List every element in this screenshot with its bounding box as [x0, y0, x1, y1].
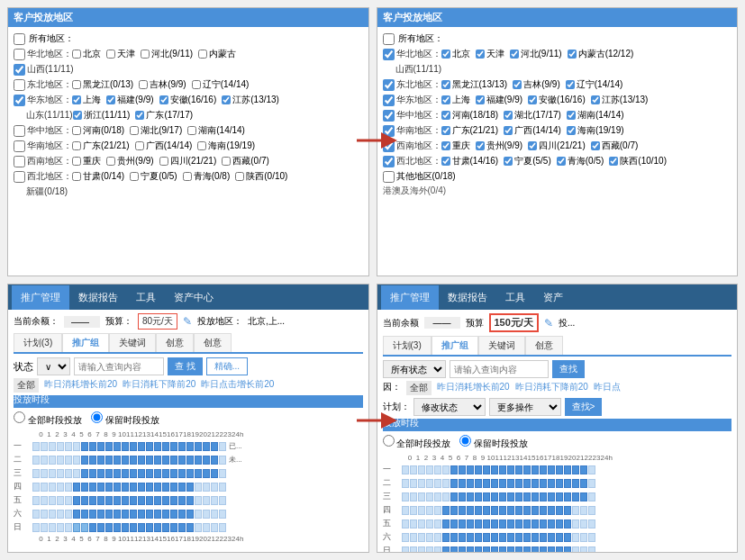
mgmt-tabs-right: 计划(3) 推广组 关键词 创意 — [383, 336, 732, 357]
ningxia-cb[interactable] — [130, 172, 139, 181]
huabei-checkbox-r[interactable] — [383, 49, 395, 60]
status-select-left[interactable]: ∨ — [37, 357, 70, 375]
liaoning-cb[interactable] — [192, 80, 201, 89]
filter-all-left[interactable]: 全部 — [14, 378, 39, 393]
nav-promote-left[interactable]: 推广管理 — [12, 285, 69, 310]
tab-group-left[interactable]: 推广组 — [62, 333, 109, 352]
guangdong2-cb[interactable] — [72, 141, 81, 150]
guangdong-cb-e[interactable] — [135, 111, 144, 120]
huazhong-checkbox[interactable] — [14, 125, 25, 137]
tab-creative-left[interactable]: 创意 — [156, 333, 194, 352]
mgmt-row1-left: 当前余额： —— 预算： 80元/天 ✎ 投放地区： 北京,上... — [14, 313, 363, 330]
all-regions-checkbox-r[interactable] — [383, 33, 395, 45]
budget-label-left: 预算： — [105, 315, 132, 328]
gansu-cb[interactable] — [72, 172, 81, 181]
xizang-cb[interactable] — [222, 157, 231, 166]
budget-edit-icon-right[interactable]: ✎ — [544, 317, 553, 330]
mgmt-filter-row-right: 所有状态 查找 — [383, 360, 732, 378]
timebid-row-sun-r: 日 — [383, 545, 732, 553]
status-select-right[interactable]: 所有状态 — [383, 360, 446, 378]
jiangsu-cb[interactable] — [222, 95, 231, 104]
filter-all-right[interactable]: 全部 — [406, 381, 432, 395]
region-label-left: 投放地区： — [197, 315, 242, 328]
mgmt-content-right: 当前余额 —— 预算 150元/天 ✎ 投... 计划(3) 推广组 关键词 创… — [377, 310, 738, 553]
search-btn-right[interactable]: 查找 — [552, 360, 585, 378]
region-panel-title-right: 客户投放地区 — [377, 8, 738, 27]
guangxi-cb[interactable] — [135, 141, 144, 150]
region-row-xibei: 西北地区： 甘肃(0/14) 宁夏(0/5) 青海(0/8) 陕西(0/10) — [14, 170, 363, 183]
filter-rise-right[interactable]: 昨日消耗增长前20 — [437, 381, 510, 395]
ops-select[interactable]: 更多操作 — [489, 398, 561, 416]
main-layout: 客户投放地区 所有地区： 华北地区： 北京 天津 河北(9/11) 内蒙古 山西… — [0, 0, 745, 560]
mgmt-links-right: 因： 全部 昨日消耗增长前20 昨日消耗下降前20 昨日点 — [383, 381, 732, 395]
neimenggu-cb[interactable] — [198, 50, 207, 59]
timebid-title-right: 投放时段 — [383, 419, 732, 431]
tab-plan-left[interactable]: 计划(3) — [14, 333, 62, 352]
region-row-huazhong-r: 华中地区： 河南(18/18) 湖北(17/17) 湖南(14/14) — [383, 109, 732, 122]
nav-assets-left[interactable]: 资产中心 — [165, 285, 223, 310]
nav-tools-right[interactable]: 工具 — [496, 285, 534, 310]
huabei-checkbox[interactable] — [14, 49, 25, 60]
hunan-cb[interactable] — [187, 126, 196, 135]
budget-label-right: 预算 — [466, 317, 484, 330]
tab-plan-right[interactable]: 计划(3) — [383, 336, 432, 355]
guizhou-cb[interactable] — [106, 157, 115, 166]
region-value-left: 北京,上... — [248, 315, 285, 328]
heilongjiang-cb[interactable] — [72, 80, 81, 89]
mgmt-content-left: 当前余额： —— 预算： 80元/天 ✎ 投放地区： 北京,上... 计划(3)… — [8, 310, 368, 548]
hainan-cb[interactable] — [197, 141, 206, 150]
timebid-row-thu-r: 四 — [383, 504, 732, 516]
plan-status-select[interactable]: 修改状态 — [413, 398, 486, 416]
search-btn-left[interactable]: 查 找 — [168, 357, 203, 375]
jilin-cb[interactable] — [139, 80, 148, 89]
shanxi-checkbox[interactable] — [14, 64, 25, 76]
shanghai-cb[interactable] — [72, 95, 81, 104]
huanan-checkbox[interactable] — [14, 140, 25, 152]
timebid-row-fri-l: 五 — [14, 494, 363, 506]
zhejiang-cb[interactable] — [73, 111, 82, 120]
mgmt-nav-left: 推广管理 数据报告 工具 资产中心 — [8, 285, 368, 310]
mgmt-links-left: 全部 昨日消耗增长前20 昨日消耗下降前20 昨日点击增长前20 — [14, 378, 363, 393]
nav-assets-right[interactable]: 资产 — [534, 285, 572, 310]
tab-group-right[interactable]: 推广组 — [432, 336, 478, 355]
chongqing-cb[interactable] — [72, 157, 81, 166]
search-input-right[interactable] — [450, 360, 549, 378]
nav-data-right[interactable]: 数据报告 — [439, 285, 496, 310]
shaanxi-cb[interactable] — [235, 172, 244, 181]
filter-rise-left[interactable]: 昨日消耗增长前20 — [44, 378, 117, 393]
filter-click-left[interactable]: 昨日点击增长前20 — [201, 378, 274, 393]
filter-drop-right[interactable]: 昨日消耗下降前20 — [515, 381, 588, 395]
region-label-right: 投... — [559, 317, 575, 330]
tab-creative2-left[interactable]: 创意 — [194, 333, 232, 352]
filter-click-right[interactable]: 昨日点 — [594, 381, 621, 395]
nav-tools-left[interactable]: 工具 — [127, 285, 165, 310]
sichuan-cb[interactable] — [159, 157, 168, 166]
timebid-panel-left: 投放时段 全部时段投放 保留时段投放 0 1 2 3 4 5 6 7 — [14, 395, 363, 545]
tab-keyword-right[interactable]: 关键词 — [478, 336, 525, 355]
hebei-cb[interactable] — [141, 50, 150, 59]
xinan-checkbox[interactable] — [14, 156, 25, 167]
qinghai-cb[interactable] — [183, 172, 192, 181]
nav-data-left[interactable]: 数据报告 — [69, 285, 127, 310]
tab-creative-right[interactable]: 创意 — [525, 336, 563, 355]
tianjin-cb[interactable] — [106, 50, 115, 59]
nav-promote-right[interactable]: 推广管理 — [381, 285, 439, 310]
region-row-shanxi: 山西(11/11) — [14, 63, 363, 76]
hubei-cb[interactable] — [130, 126, 139, 135]
confirm-ops-btn[interactable]: 查找> — [565, 398, 603, 416]
huadong-checkbox[interactable] — [14, 95, 25, 106]
region-row-huanan-r: 华南地区： 广东(21/21) 广西(14/14) 海南(19/19) — [383, 124, 732, 137]
fujian-cb[interactable] — [106, 95, 115, 104]
beijing-cb[interactable] — [72, 50, 81, 59]
tab-keyword-left[interactable]: 关键词 — [109, 333, 156, 352]
anhui-cb[interactable] — [159, 95, 168, 104]
precise-btn-left[interactable]: 精确... — [206, 357, 248, 375]
budget-edit-icon-left[interactable]: ✎ — [183, 315, 192, 328]
filter-drop-left[interactable]: 昨日消耗下降前20 — [123, 378, 195, 393]
dongbei-checkbox[interactable] — [14, 79, 25, 91]
balance-value-right: —— — [424, 317, 460, 329]
henan-cb[interactable] — [72, 126, 81, 135]
all-regions-checkbox[interactable] — [14, 33, 25, 45]
xibei-checkbox[interactable] — [14, 171, 25, 183]
search-input-left[interactable] — [74, 357, 164, 375]
